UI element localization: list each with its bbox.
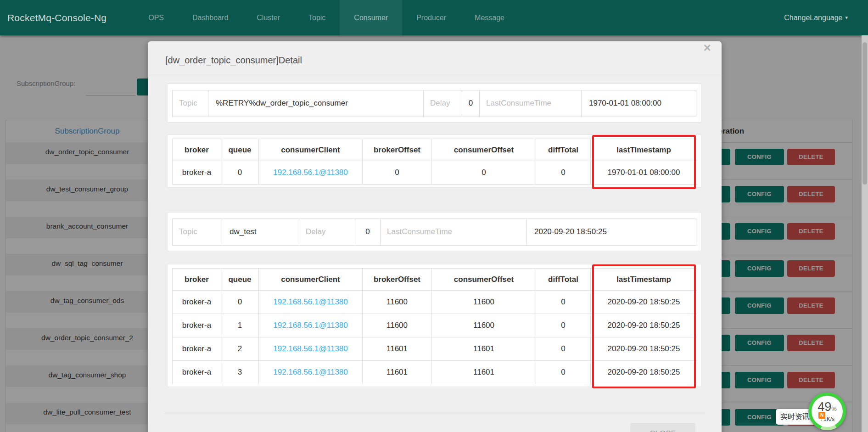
delay-label: Delay: [424, 90, 462, 117]
speed-circle-badge[interactable]: 49% ↓1K/s: [808, 393, 846, 430]
broker-offset-cell: 11600: [363, 314, 432, 337]
broker-cell: broker-a: [173, 161, 221, 185]
consumer-offset-cell: 0: [432, 161, 536, 185]
delay-value: 0: [355, 219, 381, 245]
broker-offset-cell: 11601: [363, 361, 432, 384]
queue-cell: 1: [221, 314, 259, 337]
queue-cell: 2: [221, 337, 259, 361]
top-navbar: RocketMq-Console-Ng OPS Dashboard Cluste…: [0, 0, 868, 35]
diff-total-cell: 0: [536, 314, 591, 337]
app-brand[interactable]: RocketMq-Console-Ng: [0, 0, 134, 35]
queue-cell: 3: [221, 361, 259, 384]
column-header-consumer-client: consumerClient: [259, 139, 363, 161]
title-divider: [148, 75, 722, 75]
diff-total-cell: 0: [536, 161, 591, 185]
diff-total-cell: 0: [536, 337, 591, 361]
consumer-detail-dialog: ✕ [dw_order_topic_consumer]Detail Topic …: [148, 41, 722, 432]
caret-down-icon: ▾: [845, 15, 848, 20]
consumer-client-link[interactable]: 192.168.56.1@11380: [259, 314, 363, 337]
diff-total-cell: 0: [536, 291, 591, 314]
broker-cell: broker-a: [173, 337, 221, 361]
delay-value: 0: [462, 90, 480, 117]
column-header-broker: broker: [173, 269, 221, 291]
nav-item-cluster[interactable]: Cluster: [242, 0, 294, 35]
new-badge: N: [818, 412, 825, 419]
broker-offset-cell: 11600: [363, 291, 432, 314]
topic-info-panel: Topic dw_test Delay 0 LastConsumeTime 20…: [167, 212, 701, 251]
consumer-client-link[interactable]: 192.168.56.1@11380: [259, 161, 363, 185]
last-timestamp-cell: 1970-01-01 08:00:00: [591, 161, 697, 185]
column-header-queue: queue: [221, 269, 259, 291]
scrollbar-thumb[interactable]: [862, 42, 867, 185]
diff-total-cell: 0: [536, 361, 591, 384]
last-consume-time-value: 2020-09-20 18:50:25: [527, 219, 696, 245]
column-header-consumer-offset: consumerOffset: [432, 269, 536, 291]
dialog-title: [dw_order_topic_consumer]Detail: [148, 41, 722, 66]
column-header-last-timestamp: lastTimestamp: [591, 269, 697, 291]
column-header-consumer-client: consumerClient: [259, 269, 363, 291]
column-header-broker-offset: brokerOffset: [363, 139, 432, 161]
broker-cell: broker-a: [173, 291, 221, 314]
topic-info-panel: Topic %RETRY%dw_order_topic_consumer Del…: [167, 84, 701, 123]
consumer-offset-cell: 11600: [432, 314, 536, 337]
change-language-menu[interactable]: ChangeLanguage▾: [784, 0, 868, 35]
consumer-offset-cell: 11601: [432, 361, 536, 384]
last-consume-time-label: LastConsumeTime: [480, 90, 582, 117]
news-tooltip-label: 实时资讯: [780, 413, 810, 421]
consumer-client-link[interactable]: 192.168.56.1@11380: [259, 291, 363, 314]
nav-item-message[interactable]: Message: [460, 0, 519, 35]
column-header-queue: queue: [221, 139, 259, 161]
broker-offset-cell: 0: [363, 161, 432, 185]
column-header-last-timestamp: lastTimestamp: [591, 139, 697, 161]
delay-label: Delay: [299, 219, 355, 245]
close-icon[interactable]: ✕: [703, 42, 711, 54]
column-header-broker: broker: [173, 139, 221, 161]
queue-table: broker queue consumerClient brokerOffset…: [172, 268, 697, 384]
last-consume-time-value: 1970-01-01 08:00:00: [582, 90, 696, 117]
broker-cell: broker-a: [173, 314, 221, 337]
nav-item-dashboard[interactable]: Dashboard: [178, 0, 242, 35]
queue-cell: 0: [221, 161, 259, 185]
broker-offset-cell: 11601: [363, 337, 432, 361]
nav-item-ops[interactable]: OPS: [134, 0, 178, 35]
broker-cell: broker-a: [173, 361, 221, 384]
nav-item-topic[interactable]: Topic: [294, 0, 340, 35]
change-language-label: ChangeLanguage: [784, 14, 842, 22]
last-consume-time-label: LastConsumeTime: [381, 219, 527, 245]
queue-table: broker queue consumerClient brokerOffset…: [172, 139, 697, 185]
last-timestamp-cell: 2020-09-20 18:50:25: [591, 314, 697, 337]
topic-label: Topic: [173, 219, 222, 245]
queue-cell: 0: [221, 291, 259, 314]
speed-circle-content: 49% ↓1K/s: [812, 396, 843, 427]
queue-table-panel: broker queue consumerClient brokerOffset…: [167, 135, 701, 188]
topic-label: Topic: [173, 90, 208, 117]
nav-menu: OPS Dashboard Cluster Topic Consumer Pro…: [134, 0, 519, 35]
page-scrollbar[interactable]: [862, 35, 868, 432]
last-timestamp-cell: 2020-09-20 18:50:25: [591, 291, 697, 314]
column-header-consumer-offset: consumerOffset: [432, 139, 536, 161]
column-header-diff-total: diffTotal: [536, 139, 591, 161]
consumer-offset-cell: 11601: [432, 337, 536, 361]
topic-info-row: Topic %RETRY%dw_order_topic_consumer Del…: [172, 90, 696, 117]
last-timestamp-cell: 2020-09-20 18:50:25: [591, 361, 697, 384]
topic-info-row: Topic dw_test Delay 0 LastConsumeTime 20…: [172, 219, 696, 246]
topic-value: dw_test: [222, 219, 299, 245]
percent-unit: %: [831, 405, 837, 412]
consumer-client-link[interactable]: 192.168.56.1@11380: [259, 361, 363, 384]
column-header-broker-offset: brokerOffset: [363, 269, 432, 291]
queue-table-panel: broker queue consumerClient brokerOffset…: [167, 264, 701, 387]
nav-item-consumer[interactable]: Consumer: [340, 0, 402, 35]
consumer-client-link[interactable]: 192.168.56.1@11380: [259, 337, 363, 361]
topic-value: %RETRY%dw_order_topic_consumer: [208, 90, 424, 117]
column-header-diff-total: diffTotal: [536, 269, 591, 291]
close-button[interactable]: CLOSE: [630, 423, 695, 432]
nav-item-producer[interactable]: Producer: [402, 0, 460, 35]
consumer-offset-cell: 11600: [432, 291, 536, 314]
footer-divider: [164, 414, 705, 414]
last-timestamp-cell: 2020-09-20 18:50:25: [591, 337, 697, 361]
